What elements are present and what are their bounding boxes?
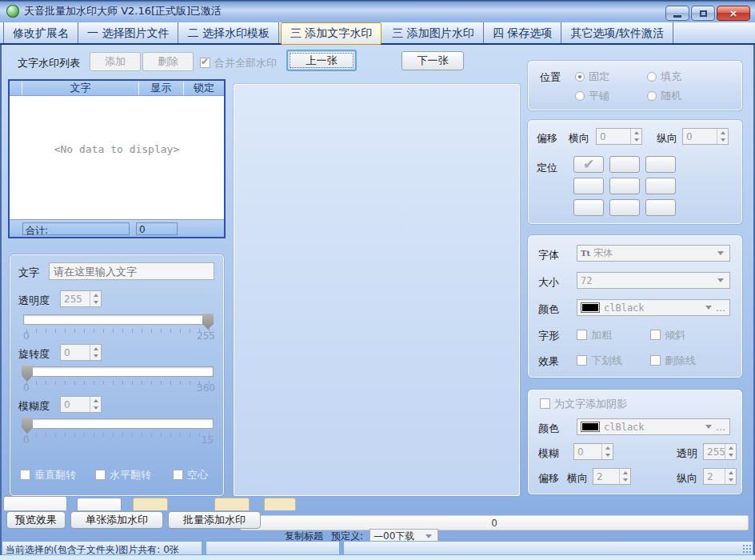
anchor-bottom-center-button[interactable]	[609, 199, 640, 216]
shadow-blur-spinner[interactable]: 0	[573, 443, 613, 460]
maximize-button[interactable]	[691, 6, 715, 21]
bold-checkbox[interactable]: 加粗	[577, 328, 612, 342]
offset-h-spinner[interactable]: 0	[596, 128, 642, 145]
spin-up-icon[interactable]	[631, 129, 641, 137]
blur-spinner[interactable]: 0	[60, 396, 102, 413]
spin-arrows[interactable]	[619, 469, 630, 484]
anchor-mid-center-button[interactable]	[609, 178, 640, 194]
strikeout-checkbox[interactable]: 删除线	[650, 354, 696, 368]
underline-checkbox[interactable]: 下划线	[577, 354, 622, 368]
resize-grip-icon[interactable]	[743, 545, 751, 553]
spin-arrows[interactable]	[717, 129, 728, 144]
rotation-spinner[interactable]: 0	[60, 344, 102, 361]
shadow-enable-checkbox[interactable]: 为文字添加阴影	[540, 397, 627, 411]
preset-select[interactable]: —00下载	[370, 529, 438, 541]
spin-up-icon[interactable]	[90, 345, 101, 353]
position-tile-radio[interactable]: 平铺	[575, 89, 609, 103]
spin-up-icon[interactable]	[90, 291, 101, 299]
app-window: 天音批量加水印大师 V2.16[正式版]已激活 × 修改扩展名 一 选择图片文件…	[0, 0, 755, 560]
opacity-spin-arrows[interactable]	[90, 291, 101, 306]
spin-arrows[interactable]	[601, 444, 613, 459]
checkbox-icon	[577, 355, 587, 366]
anchor-mid-right-button[interactable]	[645, 178, 676, 194]
offset-v-spinner[interactable]: 0	[682, 128, 729, 145]
tab-select-images[interactable]: 一 选择图片文件	[78, 22, 178, 43]
delete-watermark-button[interactable]: 删除	[142, 52, 194, 71]
opacity-label: 透明度	[18, 294, 50, 308]
blur-slider-thumb[interactable]	[22, 418, 33, 434]
spin-down-icon[interactable]	[725, 477, 736, 485]
previous-image-button[interactable]: 上一张	[286, 50, 357, 71]
rotation-min-label: 0	[23, 382, 30, 394]
spin-arrows[interactable]	[725, 469, 736, 484]
font-color-select[interactable]: clBlack …	[577, 299, 730, 316]
flip-horizontal-checkbox[interactable]: 水平翻转	[95, 468, 151, 482]
spin-up-icon[interactable]	[725, 444, 736, 452]
ellipsis-icon[interactable]: …	[716, 302, 726, 314]
font-size-select[interactable]: 72	[577, 272, 730, 289]
opacity-spinner[interactable]: 255	[60, 290, 102, 307]
anchor-top-left-button[interactable]: ✔	[573, 156, 604, 173]
rotation-slider-track[interactable]	[23, 366, 214, 377]
add-watermark-button[interactable]: 添加	[90, 52, 141, 71]
spin-down-icon[interactable]	[717, 137, 728, 145]
preview-effect-button[interactable]: 预览效果	[6, 511, 66, 529]
spin-down-icon[interactable]	[631, 137, 641, 145]
tab-rename-extension[interactable]: 修改扩展名	[3, 22, 78, 43]
tab-save-options[interactable]: 四 保存选项	[484, 22, 561, 43]
batch-add-watermark-button[interactable]: 批量添加水印	[168, 511, 261, 529]
column-show[interactable]: 显示	[139, 81, 184, 95]
shadow-offset-v-spinner[interactable]: 2	[703, 468, 737, 485]
spin-down-icon[interactable]	[602, 452, 613, 460]
opacity-slider-thumb[interactable]	[202, 314, 214, 330]
spin-up-icon[interactable]	[90, 397, 101, 405]
tab-add-image-watermark[interactable]: 三 添加图片水印	[383, 22, 483, 43]
blur-spin-arrows[interactable]	[90, 397, 101, 412]
column-text[interactable]: 文字	[22, 81, 139, 95]
text-watermark-list[interactable]: 文字 显示 锁定 <No data to display> 合计: 0	[8, 79, 226, 238]
next-image-button[interactable]: 下一张	[401, 51, 464, 70]
spin-up-icon[interactable]	[717, 129, 728, 137]
ellipsis-icon[interactable]: …	[716, 422, 726, 433]
shadow-color-select[interactable]: clBlack …	[577, 418, 730, 435]
watermark-text-input[interactable]	[49, 262, 214, 280]
tab-other-options[interactable]: 其它选项/软件激活	[561, 22, 673, 43]
tab-select-template[interactable]: 二 选择水印模板	[178, 22, 278, 43]
anchor-mid-left-button[interactable]	[573, 178, 604, 194]
spin-down-icon[interactable]	[90, 353, 101, 361]
spin-arrows[interactable]	[630, 129, 641, 144]
close-button[interactable]: ×	[717, 6, 750, 21]
blur-slider-track[interactable]	[23, 418, 214, 429]
spin-up-icon[interactable]	[620, 469, 630, 477]
flip-vertical-checkbox[interactable]: 垂直翻转	[20, 468, 76, 482]
rotation-slider-thumb[interactable]	[22, 366, 33, 382]
preview-canvas[interactable]	[234, 84, 520, 496]
anchor-top-right-button[interactable]	[645, 156, 676, 173]
rotation-spin-arrows[interactable]	[90, 345, 101, 360]
merge-all-checkbox[interactable]: ✔合并全部水印	[200, 56, 277, 70]
column-lock[interactable]: 锁定	[184, 81, 224, 95]
spin-down-icon[interactable]	[620, 477, 630, 485]
spin-up-icon[interactable]	[725, 469, 736, 477]
position-fixed-radio[interactable]: 固定	[575, 70, 609, 84]
spin-down-icon[interactable]	[725, 452, 736, 460]
position-random-radio[interactable]: 随机	[647, 89, 681, 103]
font-family-select[interactable]: Tt 宋体	[577, 245, 730, 262]
minimize-button[interactable]	[665, 6, 689, 21]
spin-down-icon[interactable]	[90, 299, 101, 307]
anchor-bottom-left-button[interactable]	[573, 199, 604, 216]
italic-checkbox[interactable]: 倾斜	[650, 328, 685, 342]
spin-down-icon[interactable]	[90, 405, 101, 413]
opacity-slider-track[interactable]	[23, 314, 214, 325]
check-icon: ✔	[201, 56, 209, 67]
tab-add-text-watermark[interactable]: 三 添加文字水印	[281, 22, 381, 45]
hollow-checkbox[interactable]: 空心	[173, 468, 208, 482]
spin-arrows[interactable]	[725, 444, 736, 459]
shadow-alpha-spinner[interactable]: 255	[703, 443, 737, 460]
shadow-offset-h-spinner[interactable]: 2	[593, 468, 631, 485]
anchor-bottom-right-button[interactable]	[645, 199, 676, 216]
spin-up-icon[interactable]	[602, 444, 613, 452]
single-add-watermark-button[interactable]: 单张添加水印	[70, 511, 163, 529]
anchor-top-center-button[interactable]	[609, 156, 640, 173]
position-fill-radio[interactable]: 填充	[647, 70, 681, 84]
